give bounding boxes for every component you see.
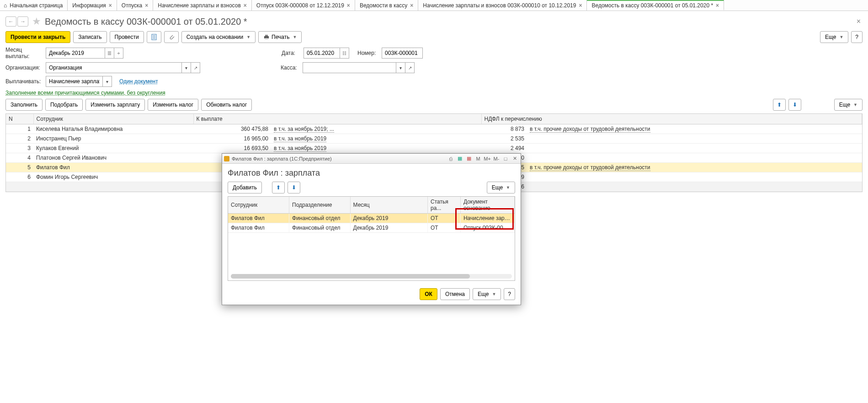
nav-forward-button[interactable]: → — [17, 16, 28, 27]
table-row[interactable]: 2Иностранец Пьер16 965,00в т.ч. за ноябр… — [6, 134, 862, 144]
mem-mplus-button[interactable]: M+ — [483, 155, 491, 162]
dlg-col-basis-doc[interactable]: Документ основание — [460, 197, 514, 206]
post-and-close-button[interactable]: Провести и закрыть — [5, 31, 70, 43]
change-tax-button[interactable]: Изменить налог — [148, 99, 198, 111]
tab-close-icon[interactable]: × — [145, 2, 148, 9]
tab[interactable]: ⌂Начальная страница — [0, 0, 68, 11]
tab[interactable]: Начисление зарплаты и взносов× — [153, 0, 252, 11]
cell-pay-detail[interactable]: в т.ч. за ноябрь 2019 — [271, 134, 481, 144]
cell-ndfl-detail — [527, 172, 862, 182]
tab[interactable]: Отпуск 00ЗК-000008 от 12.12.2019× — [252, 0, 355, 11]
cell-ndfl: 2 535 — [481, 134, 527, 144]
table-row[interactable]: 3Кулаков Евгений16 693,50в т.ч. за ноябр… — [6, 144, 862, 153]
pick-button[interactable]: Подобрать — [45, 99, 83, 111]
salary-detail-dialog: Филатов Фил : зарплата (1С:Предприятие) … — [222, 153, 521, 206]
tab-label: Информация — [72, 2, 106, 9]
pay-month-input[interactable] — [46, 48, 105, 59]
date-input[interactable] — [304, 48, 340, 59]
tab-close-icon[interactable]: × — [579, 2, 582, 9]
report-icon-button[interactable] — [147, 31, 161, 43]
cell-ndfl-detail[interactable]: в т.ч. прочие доходы от трудовой деятель… — [527, 163, 862, 172]
tab-close-icon[interactable]: × — [410, 2, 413, 9]
print-preview-icon[interactable]: ⎙ — [447, 155, 455, 162]
tab[interactable]: Информация× — [68, 0, 117, 11]
organization-input[interactable] — [46, 62, 182, 73]
update-tax-button[interactable]: Обновить налог — [201, 99, 252, 111]
nav-back-button[interactable]: ← — [5, 16, 16, 27]
tab-label: Начисление зарплаты и взносов — [158, 2, 241, 9]
table-row[interactable]: 1Киселева Наталья Владимировна360 475,88… — [6, 124, 862, 134]
document-title: Ведомость в кассу 00ЗК-000001 от 05.01.2… — [45, 16, 247, 27]
tab[interactable]: Отпуска× — [117, 0, 153, 11]
month-stepper-icon[interactable]: ÷ — [114, 48, 123, 59]
dialog-move-down-button[interactable]: ⬇ — [288, 182, 300, 193]
dlg-col-month[interactable]: Месяц — [350, 197, 427, 206]
col-n-header[interactable]: N — [6, 114, 33, 124]
table-more-button[interactable]: Еще▼ — [834, 99, 863, 111]
dialog-move-up-button[interactable]: ⬆ — [272, 182, 285, 193]
tab[interactable]: Ведомость в кассу 00ЗК-000001 от 05.01.2… — [587, 0, 724, 11]
dialog-more-button[interactable]: Еще▼ — [487, 182, 515, 193]
org-dropdown-icon[interactable]: ▾ — [182, 62, 191, 73]
col-employee-header[interactable]: Сотрудник — [33, 114, 193, 124]
calendar-icon[interactable]: ▦ — [465, 155, 473, 162]
dlg-col-article[interactable]: Статья ра... — [427, 197, 460, 206]
one-document-link[interactable]: Один документ — [119, 78, 158, 85]
date-calendar-icon[interactable]: ☷ — [340, 48, 349, 59]
tab-close-icon[interactable]: × — [716, 2, 719, 9]
document-close-icon[interactable]: × — [857, 17, 863, 26]
tab-close-icon[interactable]: × — [347, 2, 350, 9]
tab-close-icon[interactable]: × — [109, 2, 112, 9]
dialog-heading: Филатов Фил : зарплата — [228, 168, 515, 178]
cell-pay-detail[interactable]: в т.ч. за ноябрь 2019; ... — [271, 124, 481, 134]
col-topay-header[interactable]: К выплате — [193, 114, 481, 124]
month-calendar-icon[interactable]: ☰ — [105, 48, 114, 59]
dlg-col-employee[interactable]: Сотрудник — [228, 197, 289, 206]
fill-button[interactable]: Заполнить — [5, 99, 43, 111]
col-ndfl-header[interactable]: НДФЛ к перечислению — [481, 114, 862, 124]
cell-employee: Фомин Игорь Сергеевич — [33, 172, 193, 182]
move-down-button[interactable]: ⬇ — [788, 99, 801, 111]
pay-kind-dropdown-icon[interactable]: ▾ — [103, 76, 112, 87]
cell-pay-detail[interactable]: в т.ч. за ноябрь 2019 — [271, 144, 481, 153]
mem-mmin-button[interactable]: M- — [492, 155, 501, 162]
kassa-dropdown-icon[interactable]: ▾ — [396, 62, 405, 73]
dialog-close-icon[interactable]: ✕ — [511, 155, 519, 162]
mem-m-button[interactable]: M — [474, 155, 482, 162]
document-header: ← → ★ Ведомость в кассу 00ЗК-000001 от 0… — [0, 11, 868, 31]
calc-icon[interactable]: ▦ — [456, 155, 464, 162]
pay-kind-input[interactable] — [46, 76, 103, 87]
number-label: Номер: — [357, 50, 378, 56]
cell-ndfl-detail[interactable]: в т.ч. прочие доходы от трудовой деятель… — [527, 124, 862, 134]
cell-employee: Иностранец Пьер — [33, 134, 193, 144]
tab[interactable]: Ведомости в кассу× — [355, 0, 418, 11]
tab-close-icon[interactable]: × — [244, 2, 247, 9]
more-button[interactable]: Еще▼ — [820, 31, 848, 43]
dialog-maximize-icon[interactable]: □ — [501, 155, 510, 162]
move-up-button[interactable]: ⬆ — [773, 99, 786, 111]
pay-month-label: Месяц выплаты: — [5, 47, 42, 59]
kassa-open-icon[interactable]: ↗ — [405, 62, 415, 73]
svg-rect-6 — [265, 38, 268, 39]
fill-settings-link[interactable]: Заполнение всеми причитающимися суммами,… — [5, 90, 165, 96]
cell-ndfl-detail — [527, 134, 862, 144]
dlg-col-department[interactable]: Подразделение — [289, 197, 351, 206]
dialog-title-bar[interactable]: Филатов Фил : зарплата (1С:Предприятие) … — [222, 154, 521, 164]
print-button[interactable]: Печать▼ — [258, 31, 302, 43]
org-open-icon[interactable]: ↗ — [191, 62, 200, 73]
favorite-star-icon[interactable]: ★ — [32, 16, 41, 27]
create-based-on-button[interactable]: Создать на основании▼ — [181, 31, 256, 43]
tab[interactable]: Начисление зарплаты и взносов 00ЗК-00001… — [418, 0, 587, 11]
form-header: Месяц выплаты: ☰ ÷ Дата: ☷ Номер: Органи… — [0, 47, 868, 96]
save-button[interactable]: Записать — [73, 31, 107, 43]
cell-n: 6 — [6, 172, 33, 182]
number-input[interactable] — [382, 48, 423, 59]
kassa-input[interactable] — [303, 62, 396, 73]
change-pay-button[interactable]: Изменить зарплату — [85, 99, 145, 111]
app-icon — [224, 156, 229, 161]
post-button[interactable]: Провести — [110, 31, 144, 43]
dialog-add-button[interactable]: Добавить — [228, 182, 262, 193]
attachment-icon-button[interactable] — [164, 31, 179, 43]
help-button[interactable]: ? — [851, 31, 863, 43]
org-label: Организация: — [5, 64, 42, 71]
